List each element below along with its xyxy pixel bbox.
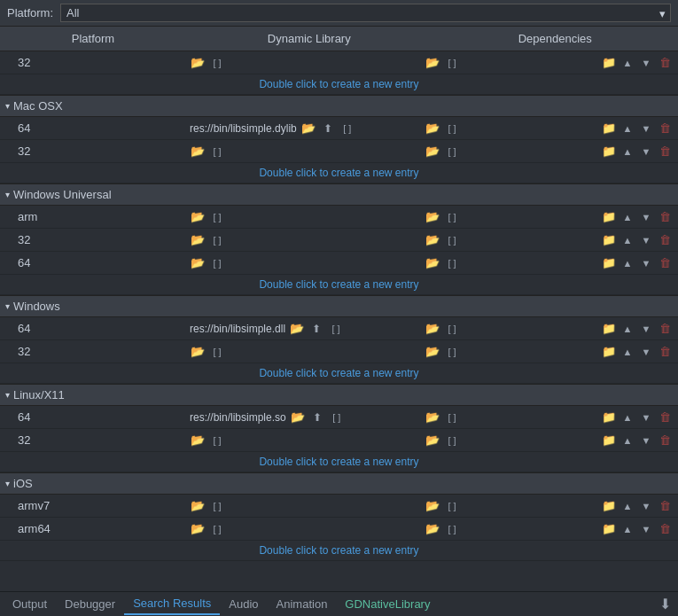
move-down-icon[interactable]: ▼ [638,235,654,246]
bottom-tab-output[interactable]: Output [4,594,56,614]
download-icon[interactable]: ⬇ [656,592,674,616]
move-down-icon[interactable]: ▼ [638,324,654,334]
folder-open-icon[interactable]: 📂 [190,256,206,269]
bracket-icon[interactable]: [ ] [444,501,460,511]
upload-icon[interactable]: ⬆ [308,323,324,335]
folder-icon[interactable]: 📁 [601,499,617,512]
bracket-icon[interactable]: [ ] [209,501,225,511]
bracket-icon[interactable]: [ ] [444,412,460,423]
section-header-windows-universal[interactable]: ▾Windows Universal [0,183,678,206]
folder-icon[interactable]: 📁 [601,121,617,135]
bottom-tab-debugger[interactable]: Debugger [56,594,124,614]
folder-open-icon[interactable]: 📂 [290,410,306,424]
folder-open-icon[interactable]: 📂 [190,56,206,69]
folder-open-icon[interactable]: 📂 [190,144,206,158]
bracket-icon[interactable]: [ ] [209,235,225,246]
move-down-icon[interactable]: ▼ [638,58,654,68]
new-entry-link[interactable]: Double click to create a new entry [0,74,678,95]
move-up-icon[interactable]: ▲ [620,435,635,446]
folder-icon[interactable]: 📁 [601,410,617,424]
delete-icon[interactable]: 🗑 [657,210,673,223]
folder-open-icon[interactable]: 📂 [289,322,305,335]
folder-icon[interactable]: 📁 [601,345,617,358]
folder-open-icon[interactable]: 📂 [425,56,440,69]
bracket-icon[interactable]: [ ] [209,435,225,446]
bracket-icon[interactable]: [ ] [444,524,460,534]
delete-icon[interactable]: 🗑 [657,144,673,158]
delete-icon[interactable]: 🗑 [657,56,673,69]
new-entry-link[interactable]: Double click to create a new entry [0,452,678,472]
upload-icon[interactable]: ⬆ [320,122,336,135]
folder-open-icon[interactable]: 📂 [190,210,206,223]
delete-icon[interactable]: 🗑 [657,345,673,358]
upload-icon[interactable]: ⬆ [309,411,325,424]
delete-icon[interactable]: 🗑 [657,256,673,269]
bracket-icon[interactable]: [ ] [209,212,225,222]
folder-open-icon[interactable]: 📂 [425,121,440,135]
folder-open-icon[interactable]: 📂 [190,345,206,358]
bottom-tab-audio[interactable]: Audio [220,594,267,614]
move-up-icon[interactable]: ▲ [620,524,635,534]
move-down-icon[interactable]: ▼ [638,123,654,134]
folder-icon[interactable]: 📁 [601,210,617,223]
folder-icon[interactable]: 📁 [601,322,617,335]
new-entry-link[interactable]: Double click to create a new entry [0,163,678,183]
move-up-icon[interactable]: ▲ [620,501,635,511]
move-up-icon[interactable]: ▲ [620,123,635,134]
folder-icon[interactable]: 📁 [601,56,617,69]
move-up-icon[interactable]: ▲ [620,58,635,68]
folder-icon[interactable]: 📁 [601,233,617,246]
move-down-icon[interactable]: ▼ [638,524,654,534]
delete-icon[interactable]: 🗑 [657,499,673,512]
bracket-icon[interactable]: [ ] [209,524,225,534]
bracket-icon[interactable]: [ ] [209,258,225,269]
folder-open-icon[interactable]: 📂 [425,433,440,447]
move-up-icon[interactable]: ▲ [620,212,635,222]
folder-open-icon[interactable]: 📂 [425,256,440,269]
bracket-icon[interactable]: [ ] [444,347,460,357]
folder-open-icon[interactable]: 📂 [190,522,206,535]
bracket-icon[interactable]: [ ] [444,235,460,246]
move-up-icon[interactable]: ▲ [620,146,635,157]
bracket-icon[interactable]: [ ] [444,146,460,157]
section-header-windows[interactable]: ▾Windows [0,295,678,317]
move-down-icon[interactable]: ▼ [638,435,654,446]
move-down-icon[interactable]: ▼ [638,258,654,269]
move-down-icon[interactable]: ▼ [638,501,654,511]
delete-icon[interactable]: 🗑 [657,522,673,535]
new-entry-link[interactable]: Double click to create a new entry [0,275,678,295]
move-down-icon[interactable]: ▼ [638,146,654,157]
folder-icon[interactable]: 📁 [601,256,617,269]
bracket-icon[interactable]: [ ] [329,412,345,423]
bracket-icon[interactable]: [ ] [209,146,225,157]
bracket-icon[interactable]: [ ] [209,58,225,68]
bottom-tab-search-results[interactable]: Search Results [124,593,220,615]
bracket-icon[interactable]: [ ] [444,324,460,334]
bottom-tab-animation[interactable]: Animation [268,594,337,614]
folder-open-icon[interactable]: 📂 [425,144,440,158]
folder-open-icon[interactable]: 📂 [425,345,440,358]
section-header-ios[interactable]: ▾iOS [0,472,678,495]
delete-icon[interactable]: 🗑 [657,410,673,424]
delete-icon[interactable]: 🗑 [657,233,673,246]
move-down-icon[interactable]: ▼ [638,212,654,222]
move-up-icon[interactable]: ▲ [620,412,635,423]
move-up-icon[interactable]: ▲ [620,235,635,246]
delete-icon[interactable]: 🗑 [657,433,673,447]
folder-icon[interactable]: 📁 [601,522,617,535]
folder-open-icon[interactable]: 📂 [425,210,440,223]
folder-open-icon[interactable]: 📂 [425,322,440,335]
bracket-icon[interactable]: [ ] [328,324,344,334]
section-header-mac-osx[interactable]: ▾Mac OSX [0,95,678,117]
bracket-icon[interactable]: [ ] [444,258,460,269]
bracket-icon[interactable]: [ ] [339,123,355,134]
delete-icon[interactable]: 🗑 [657,121,673,135]
folder-open-icon[interactable]: 📂 [425,522,440,535]
folder-open-icon[interactable]: 📂 [190,233,206,246]
folder-open-icon[interactable]: 📂 [300,121,316,135]
folder-open-icon[interactable]: 📂 [425,233,440,246]
delete-icon[interactable]: 🗑 [657,322,673,335]
new-entry-link[interactable]: Double click to create a new entry [0,541,678,561]
folder-open-icon[interactable]: 📂 [425,499,440,512]
move-up-icon[interactable]: ▲ [620,324,635,334]
